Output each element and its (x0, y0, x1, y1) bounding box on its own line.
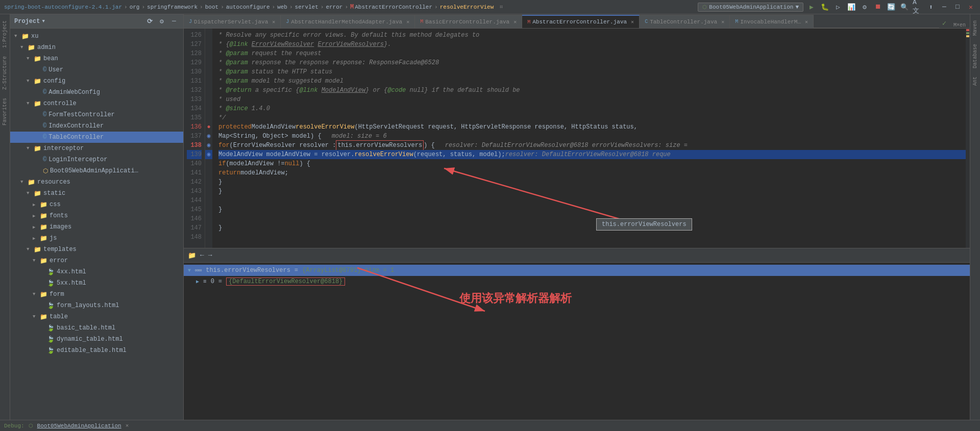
code-line-141: return modelAndView; (218, 168, 966, 178)
debug-app-name[interactable]: Boot05WebAdminApplication (37, 423, 121, 429)
debug-toolbar: 📁 ← → (184, 248, 970, 263)
tab-basicerror[interactable]: M BasicErrorController.java ✕ (415, 15, 522, 28)
tree-item-xu[interactable]: ▼📁xu (10, 31, 183, 42)
code-line-135: */ (218, 113, 966, 122)
breadcrumb-servlet: servlet (295, 4, 318, 10)
tree-item-5xx[interactable]: 🍃5xx.html (10, 277, 183, 289)
code-line-139: ModelAndView modelAndView = resolver.res… (218, 150, 966, 159)
expand-icon[interactable]: ▼ (188, 268, 191, 273)
breadcrumb-class[interactable]: M AbstractErrorController (350, 4, 432, 11)
tree-item-4xx[interactable]: 🍃4xx.html (10, 266, 183, 277)
gutter-markers: ● ◉ ◉ ◉ (205, 29, 212, 248)
collapse-icon[interactable]: ─ (169, 16, 179, 27)
debug-back-icon[interactable]: ← (200, 251, 204, 259)
translate-button[interactable]: A文 (913, 2, 923, 12)
tree-item-form-folder[interactable]: ▼📁form (10, 289, 183, 300)
scrollbar-gutter (966, 29, 970, 248)
close-tab-abstracterror[interactable]: ✕ (631, 19, 634, 25)
expand-icon-child[interactable]: ▶ (188, 278, 199, 285)
tree-item-config[interactable]: ▼📁config (10, 75, 183, 87)
close-button[interactable]: ✕ (966, 2, 976, 12)
debug-close[interactable]: × (126, 423, 129, 429)
tree-item-indexcontroller[interactable]: ©IndexController (10, 120, 183, 132)
tree-item-form-layouts[interactable]: 🍃form_layouts.html (10, 300, 183, 311)
tree-item-editable-table[interactable]: 🍃editable_table.html (10, 345, 183, 356)
tab-abstracterror[interactable]: M AbstractErrorController.java ✕ (522, 15, 640, 28)
side-tab-project[interactable]: 1:Project (1, 16, 9, 52)
debug-forward-icon[interactable]: → (208, 251, 212, 259)
project-dropdown-icon[interactable]: ▼ (42, 19, 44, 24)
side-tab-ant[interactable]: Ant (971, 72, 979, 90)
upload-button[interactable]: ⬆ (926, 2, 936, 12)
code-line-126: * Resolve any specific error views. By d… (218, 31, 966, 40)
breadcrumb-autoconfigure: autoconfigure (226, 4, 270, 10)
debug-val-errorresolvers: {ArrayList@6791} size = 1 (302, 267, 394, 274)
tree-item-bootapp[interactable]: ⬡Boot05WebAdminApplicati… (10, 165, 183, 176)
debug-row-defaultresolver[interactable]: ▶ ≡ 0 = {DefaultErrorViewResolver@6818} (184, 276, 970, 287)
code-line-146 (218, 214, 966, 223)
close-tab-basicerror[interactable]: ✕ (513, 19, 517, 25)
tree-item-static[interactable]: ▼📁static (10, 188, 183, 199)
minimize-button[interactable]: ─ (939, 2, 949, 12)
maximize-button[interactable]: □ (952, 2, 963, 12)
debug-folder-icon[interactable]: 📁 (188, 251, 196, 260)
tree-item-adminwebconfig[interactable]: ©AdminWebConfig (10, 87, 183, 98)
tree-item-table-folder[interactable]: ▼📁table (10, 311, 183, 322)
side-tab-favorites[interactable]: Favorites (1, 94, 9, 130)
close-tab-dispatcherservlet[interactable]: ✕ (272, 19, 275, 25)
breadcrumb-jar: spring-boot-autoconfigure-2.4.1.jar (4, 4, 122, 10)
project-tree: ▼📁xu ▼📁admin ▼📁bean ©User ▼📁config ©Admi… (10, 29, 183, 420)
code-line-145: } (218, 205, 966, 214)
code-line-133: * used (218, 95, 966, 104)
code-line-144 (218, 196, 966, 205)
tree-item-basic-table[interactable]: 🍃basic_table.html (10, 322, 183, 334)
sync-icon[interactable]: ⟳ (144, 16, 155, 27)
run-button[interactable]: ▶ (806, 2, 817, 12)
gear-icon[interactable]: ⚙ (157, 16, 167, 27)
tab-invocablehandler[interactable]: M InvocableHandlerM… ✕ (730, 15, 814, 28)
sep1: › (124, 4, 128, 10)
profile-button[interactable]: 📊 (846, 2, 856, 12)
tree-item-js[interactable]: ▶📁js (10, 233, 183, 244)
close-tab-tablecontroller[interactable]: ✕ (721, 19, 724, 25)
tree-item-dynamic-table[interactable]: 🍃dynamic_table.html (10, 334, 183, 345)
tab-tablecontroller[interactable]: C TableController.java ✕ (640, 15, 730, 28)
code-editor[interactable]: * Resolve any specific error views. By d… (212, 29, 966, 248)
top-breadcrumb-bar: spring-boot-autoconfigure-2.4.1.jar › or… (0, 0, 980, 14)
tree-item-controlle[interactable]: ▼📁controlle (10, 98, 183, 109)
tree-item-interceptor[interactable]: ▼📁interceptor (10, 143, 183, 154)
tree-item-error-folder[interactable]: ▼📁error (10, 255, 183, 266)
tree-item-user[interactable]: ©User (10, 64, 183, 75)
debug-button[interactable]: 🐛 (820, 2, 830, 12)
tree-item-formtestcontroller[interactable]: ©FormTestController (10, 109, 183, 120)
coverage-button[interactable]: ▷ (833, 2, 843, 12)
code-line-134: * @since 1.4.0 (218, 104, 966, 113)
close-tab-abstracthandler[interactable]: ✕ (406, 19, 409, 25)
tab-dispatcherservlet[interactable]: J DispatcherServlet.java ✕ (184, 15, 281, 28)
tree-item-admin[interactable]: ▼📁admin (10, 42, 183, 53)
debug-val-defaultresolver: {DefaultErrorViewResolver@6818} (226, 277, 345, 286)
debug-row-errorresolvers[interactable]: ▼ ∞∞ this.errorViewResolvers = {ArrayLis… (184, 265, 970, 276)
reload-button[interactable]: 🔄 (886, 2, 896, 12)
project-panel-header: Project ▼ ⟳ ⚙ ─ (10, 14, 183, 29)
close-tab-invocablehandler[interactable]: ✕ (805, 19, 808, 25)
stop-button[interactable]: ⏹ (873, 2, 883, 12)
debug-key-errorresolvers: this.errorViewResolvers (206, 267, 290, 274)
tab-abstracthandler[interactable]: J AbstractHandlerMethodAdapter.java ✕ (281, 15, 415, 28)
side-tab-structure[interactable]: Z-Structure (1, 52, 9, 94)
tree-item-fonts[interactable]: ▶📁fonts (10, 210, 183, 221)
tree-item-css[interactable]: ▶📁css (10, 199, 183, 210)
run-config-dropdown[interactable]: ⬡ Boot05WebAdminApplication ▼ (698, 3, 803, 12)
side-tab-maven[interactable]: Maven (971, 16, 979, 40)
side-tab-database[interactable]: Database (971, 40, 979, 72)
settings-gear[interactable]: ⚙ (860, 2, 870, 12)
tree-item-bean[interactable]: ▼📁bean (10, 53, 183, 64)
tree-item-tablecontroller[interactable]: ©TableController (10, 132, 183, 143)
breadcrumb-method: resolveErrorView (440, 4, 494, 10)
code-line-143: } (218, 187, 966, 196)
tree-item-templates[interactable]: ▼📁templates (10, 244, 183, 255)
tree-item-images[interactable]: ▶📁images (10, 221, 183, 233)
search-button[interactable]: 🔍 (899, 2, 910, 12)
tree-item-logininterceptor[interactable]: ©LoginInterceptor (10, 154, 183, 165)
tree-item-resources[interactable]: ▼📁resources (10, 176, 183, 188)
